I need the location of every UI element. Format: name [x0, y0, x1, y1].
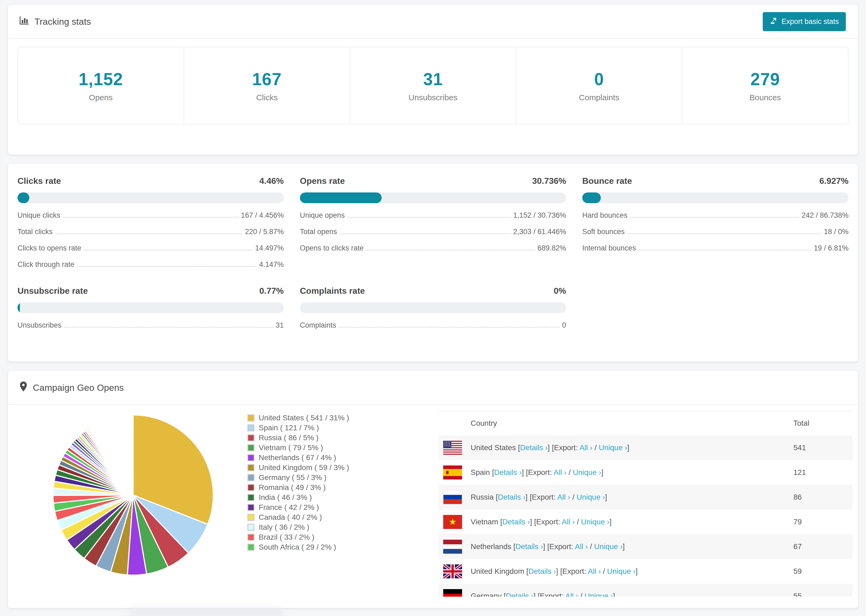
geo-country-table: Country Total United States [Details ›] … — [438, 411, 853, 597]
country-cell: Germany [Details ›] [Export: All › / Uni… — [471, 592, 794, 597]
export-unique-link[interactable]: Unique › — [594, 542, 623, 551]
export-unique-link[interactable]: Unique › — [581, 518, 609, 526]
details-link[interactable]: Details › — [502, 518, 530, 526]
legend-item-india[interactable]: India ( 46 / 3% ) — [247, 492, 414, 502]
legend-item-italy[interactable]: Italy ( 36 / 2% ) — [247, 522, 414, 532]
pie-slice-other — [133, 415, 133, 495]
rate-title-row: Unsubscribe rate0.77% — [17, 286, 284, 296]
details-link[interactable]: Details › — [498, 493, 526, 501]
export-unique-link[interactable]: Unique › — [576, 493, 605, 501]
export-all-link[interactable]: All › — [565, 592, 578, 597]
export-prefix: Export: — [550, 542, 575, 551]
separator: / — [588, 542, 594, 551]
rate-detail-rows: Hard bounces242 / 86.738%Soft bounces18 … — [582, 211, 849, 252]
column-header-country: Country — [471, 419, 794, 427]
rate-row-soft-bounces: Soft bounces18 / 0% — [582, 228, 849, 236]
export-prefix: Export: — [532, 493, 557, 501]
column-header-total: Total — [794, 419, 853, 427]
legend-item-vietnam[interactable]: Vietnam ( 79 / 5% ) — [247, 443, 414, 453]
flag-icon-es — [443, 465, 462, 479]
legend-label: South Africa ( 29 / 2% ) — [259, 543, 336, 552]
rate-row-label: Internal bounces — [582, 244, 636, 252]
rate-row-label: Clicks to opens rate — [17, 244, 81, 252]
country-cell: United States [Details ›] [Export: All ›… — [471, 443, 794, 452]
dotted-leader — [639, 250, 811, 250]
rate-detail-rows: Unique clicks167 / 4.456%Total clicks220… — [17, 211, 284, 269]
geo-header-divider — [8, 404, 858, 405]
dotted-leader — [77, 266, 257, 267]
rate-title: Clicks rate — [17, 176, 61, 186]
legend-item-united-states[interactable]: United States ( 541 / 31% ) — [247, 413, 414, 423]
details-link[interactable]: Details › — [520, 443, 548, 452]
export-all-link[interactable]: All › — [553, 468, 567, 476]
country-name: Spain — [471, 468, 492, 476]
legend-color-chip — [247, 534, 254, 541]
total-cell: 59 — [794, 567, 853, 576]
legend-item-brazil[interactable]: Brazil ( 33 / 2% ) — [247, 532, 414, 542]
rate-row-label: Soft bounces — [582, 228, 625, 236]
flag-icon-gb — [443, 564, 462, 578]
legend-color-chip — [247, 464, 254, 471]
legend-item-france[interactable]: France ( 42 / 2% ) — [247, 502, 414, 512]
flag-icon-de — [443, 589, 462, 597]
rate-row-label: Hard bounces — [582, 211, 627, 220]
country-name: Netherlands — [471, 542, 513, 551]
page-bottom-shadow — [129, 609, 282, 616]
rate-value: 0% — [554, 286, 566, 296]
details-link[interactable]: Details › — [506, 592, 534, 597]
country-cell: Spain [Details ›] [Export: All › / Uniqu… — [471, 468, 794, 477]
bracket: [ — [538, 592, 540, 597]
campaign-geo-opens-card: Campaign Geo Opens United States ( 541 /… — [8, 371, 858, 608]
dotted-leader — [627, 233, 821, 234]
table-row-united-kingdom: United Kingdom [Details ›] [Export: All … — [438, 559, 853, 584]
export-all-link[interactable]: All › — [562, 518, 575, 526]
export-unique-link[interactable]: Unique › — [573, 468, 601, 476]
rate-progress-fill — [582, 192, 601, 203]
legend-item-russia[interactable]: Russia ( 86 / 5% ) — [247, 433, 414, 443]
export-unique-link[interactable]: Unique › — [607, 567, 636, 575]
bracket: ] — [613, 592, 615, 597]
export-all-link[interactable]: All › — [588, 567, 601, 575]
bracket: ] — [605, 493, 607, 501]
legend-item-united-kingdom[interactable]: United Kingdom ( 59 / 3% ) — [247, 462, 414, 473]
dotted-leader — [348, 217, 511, 218]
legend-item-canada[interactable]: Canada ( 40 / 2% ) — [247, 512, 414, 522]
country-cell: Vietnam [Details ›] [Export: All › / Uni… — [471, 518, 794, 526]
table-row-spain: Spain [Details ›] [Export: All › / Uniqu… — [438, 460, 853, 485]
tracking-stats-header: Tracking stats Export basic stats — [8, 5, 858, 38]
legend-item-romania[interactable]: Romania ( 49 / 3% ) — [247, 482, 414, 492]
legend-item-south-africa[interactable]: South Africa ( 29 / 2% ) — [247, 542, 414, 552]
pie-legend: United States ( 541 / 31% )Spain ( 121 /… — [247, 413, 414, 552]
bracket: ] — [533, 592, 538, 597]
map-pin-icon — [19, 381, 28, 394]
legend-item-spain[interactable]: Spain ( 121 / 7% ) — [247, 423, 414, 433]
dotted-leader — [84, 250, 252, 250]
legend-label: Spain ( 121 / 7% ) — [259, 424, 319, 432]
export-all-link[interactable]: All › — [557, 493, 570, 501]
legend-label: Vietnam ( 79 / 5% ) — [259, 443, 323, 452]
export-prefix: Export: — [540, 592, 565, 597]
export-all-link[interactable]: All › — [579, 443, 592, 452]
export-basic-stats-button[interactable]: Export basic stats — [763, 12, 846, 31]
total-cell: 121 — [794, 468, 853, 477]
bracket: [ — [526, 567, 529, 575]
details-link[interactable]: Details › — [494, 468, 522, 476]
bracket: ] — [609, 518, 612, 526]
details-link[interactable]: Details › — [516, 542, 543, 551]
export-unique-link[interactable]: Unique › — [584, 592, 613, 597]
stat-box-clicks: 167Clicks — [184, 47, 350, 124]
rate-row-value: 31 — [276, 321, 284, 330]
rate-row-total-opens: Total opens2,303 / 61.446% — [300, 228, 566, 236]
rate-section-unsubscribe-rate: Unsubscribe rate0.77%Unsubscribes31 — [17, 286, 284, 330]
kpi-stats-row: 1,152Opens167Clicks31Unsubscribes0Compla… — [17, 47, 849, 124]
details-link[interactable]: Details › — [529, 567, 556, 575]
legend-item-netherlands[interactable]: Netherlands ( 67 / 4% ) — [247, 453, 414, 462]
export-all-link[interactable]: All › — [575, 542, 588, 551]
country-cell: United Kingdom [Details ›] [Export: All … — [471, 567, 794, 576]
bracket: [ — [560, 567, 562, 575]
stat-value: 1,152 — [79, 69, 123, 89]
rate-row-opens-to-clicks-rate: Opens to clicks rate689.82% — [300, 244, 566, 252]
export-unique-link[interactable]: Unique › — [599, 443, 627, 452]
bracket: [ — [534, 518, 536, 526]
legend-item-germany[interactable]: Germany ( 55 / 3% ) — [247, 473, 414, 482]
